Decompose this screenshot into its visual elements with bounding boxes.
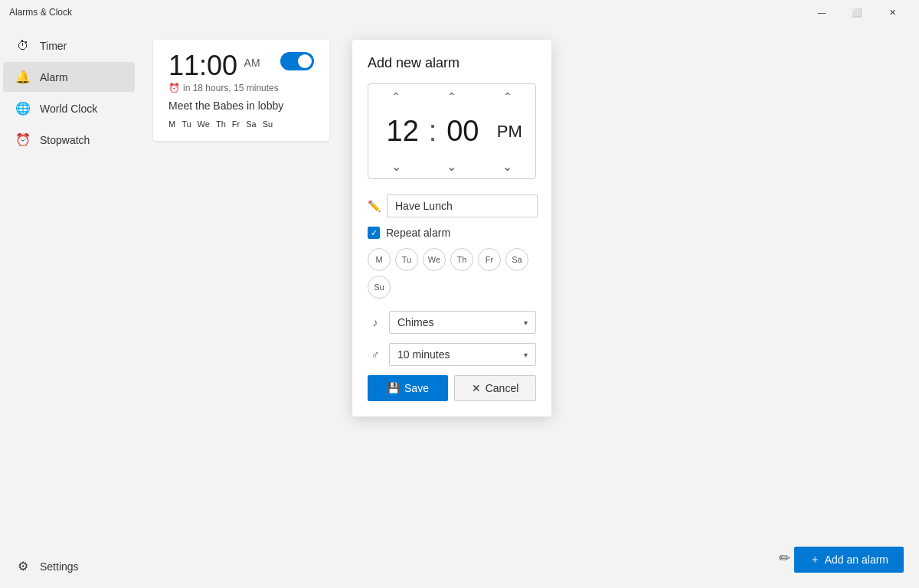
timer-icon: ⏱: [15, 39, 31, 53]
alarm-card-header: 11:00 AM: [168, 52, 314, 80]
snooze-icon: ♂: [368, 348, 383, 361]
sidebar-bottom: ⚙ Settings: [0, 550, 138, 588]
sidebar-item-label-stopwatch: Stopwatch: [40, 134, 90, 146]
hours-display[interactable]: 12: [375, 115, 430, 148]
close-button[interactable]: ✕: [875, 0, 910, 24]
repeat-label: Repeat alarm: [386, 227, 450, 239]
app-title: Alarms & Clock: [9, 7, 72, 18]
day-circle-th[interactable]: Th: [450, 248, 473, 271]
music-note-icon: ♪: [368, 316, 383, 328]
day-circle-we[interactable]: We: [423, 248, 446, 271]
world-clock-icon: 🌐: [15, 101, 31, 116]
save-label: Save: [404, 382, 429, 394]
add-alarm-label: Add an alarm: [825, 554, 888, 566]
minutes-display[interactable]: 00: [435, 115, 490, 148]
time-display: 12 : 00 PM: [368, 109, 535, 154]
sidebar-item-label-timer: Timer: [40, 40, 67, 52]
ampm-display[interactable]: PM: [490, 122, 528, 142]
alarm-time-display: 11:00 AM: [168, 52, 260, 80]
main-content: 11:00 AM ⏰ in 18 hours, 15 minutes Meet …: [138, 24, 919, 588]
time-arrows-bottom: [368, 154, 535, 178]
app-body: ⏱ Timer 🔔 Alarm 🌐 World Clock ⏰ Stopwatc…: [0, 24, 919, 588]
edit-alarms-button[interactable]: ✏: [773, 544, 796, 573]
add-alarm-button[interactable]: ＋ Add an alarm: [794, 547, 904, 573]
cancel-button[interactable]: ✕ Cancel: [454, 375, 536, 401]
alarm-name-row: ✏️: [368, 194, 536, 217]
alarm-card: 11:00 AM ⏰ in 18 hours, 15 minutes Meet …: [153, 40, 329, 141]
dialog-buttons: 💾 Save ✕ Cancel: [368, 375, 536, 401]
alarm-toggle[interactable]: [280, 52, 314, 70]
cancel-label: Cancel: [486, 382, 519, 394]
alarm-ampm: AM: [244, 57, 260, 69]
ampm-up-button[interactable]: [492, 87, 523, 106]
sound-value: Chimes: [397, 316, 433, 328]
existing-alarm-name: Meet the Babes in lobby: [168, 100, 314, 112]
day-sa: Sa: [246, 119, 256, 129]
day-circle-sa[interactable]: Sa: [505, 248, 528, 271]
sound-dropdown-row: ♪ Chimes ▾: [368, 311, 536, 334]
cancel-x-icon: ✕: [472, 382, 481, 394]
sidebar-item-settings[interactable]: ⚙ Settings: [3, 551, 135, 581]
edit-pencil-icon: ✏️: [368, 200, 381, 212]
snooze-dropdown[interactable]: 10 minutes ▾: [389, 343, 536, 366]
sidebar-item-world-clock[interactable]: 🌐 World Clock: [3, 93, 135, 123]
toggle-thumb: [298, 54, 312, 68]
sidebar-item-label-world-clock: World Clock: [40, 103, 97, 115]
time-arrows-top: [368, 84, 535, 109]
add-alarm-dialog: Add new alarm 12 : 00 PM: [352, 40, 551, 416]
stopwatch-icon: ⏰: [15, 132, 31, 147]
sound-chevron-icon: ▾: [524, 318, 528, 327]
hours-up-button[interactable]: [381, 87, 411, 106]
save-button[interactable]: 💾 Save: [368, 375, 448, 401]
day-circle-su[interactable]: Su: [368, 276, 391, 299]
time-picker: 12 : 00 PM: [368, 83, 536, 179]
day-circle-m[interactable]: M: [368, 248, 391, 271]
day-we: We: [198, 119, 210, 129]
sidebar: ⏱ Timer 🔔 Alarm 🌐 World Clock ⏰ Stopwatc…: [0, 24, 138, 588]
day-circle-fr[interactable]: Fr: [478, 248, 501, 271]
save-icon: 💾: [387, 382, 400, 394]
day-th: Th: [216, 119, 226, 129]
day-circle-tu[interactable]: Tu: [395, 248, 418, 271]
minimize-button[interactable]: —: [804, 0, 839, 24]
sidebar-item-stopwatch[interactable]: ⏰ Stopwatch: [3, 125, 135, 155]
alarm-time-remaining: in 18 hours, 15 minutes: [183, 83, 279, 93]
window-controls: — ⬜ ✕: [804, 0, 910, 24]
alarm-clock-icon: ⏰: [168, 83, 180, 93]
day-su: Su: [263, 119, 273, 129]
alarm-name-input[interactable]: [387, 194, 538, 217]
dialog-title: Add new alarm: [368, 55, 536, 71]
ampm-down-button[interactable]: [492, 157, 523, 175]
alarm-icon: 🔔: [15, 70, 31, 84]
day-m: M: [168, 119, 175, 129]
hours-down-button[interactable]: [381, 157, 411, 175]
repeat-checkbox[interactable]: [368, 227, 380, 239]
settings-icon: ⚙: [15, 559, 31, 573]
title-bar: Alarms & Clock — ⬜ ✕: [0, 0, 919, 24]
sidebar-item-label-settings: Settings: [40, 560, 79, 573]
alarm-subtitle: ⏰ in 18 hours, 15 minutes: [168, 83, 314, 93]
add-icon: ＋: [809, 553, 820, 567]
sound-dropdown[interactable]: Chimes ▾: [389, 311, 536, 334]
sidebar-item-timer[interactable]: ⏱ Timer: [3, 31, 135, 60]
day-fr: Fr: [232, 119, 240, 129]
minutes-up-button[interactable]: [437, 87, 467, 106]
snooze-value: 10 minutes: [397, 348, 450, 361]
sidebar-item-label-alarm: Alarm: [40, 71, 68, 83]
sidebar-item-alarm[interactable]: 🔔 Alarm: [3, 62, 135, 92]
repeat-alarm-row: Repeat alarm: [368, 227, 536, 239]
day-tu: Tu: [182, 119, 191, 129]
alarm-time: 11:00: [168, 50, 237, 81]
toggle-track[interactable]: [280, 52, 314, 70]
snooze-chevron-icon: ▾: [524, 351, 528, 359]
minutes-down-button[interactable]: [437, 157, 467, 175]
day-circles: M Tu We Th Fr Sa Su: [368, 248, 536, 299]
snooze-dropdown-row: ♂ 10 minutes ▾: [368, 343, 536, 366]
maximize-button[interactable]: ⬜: [839, 0, 875, 24]
alarm-days: M Tu We Th Fr Sa Su: [168, 119, 314, 129]
